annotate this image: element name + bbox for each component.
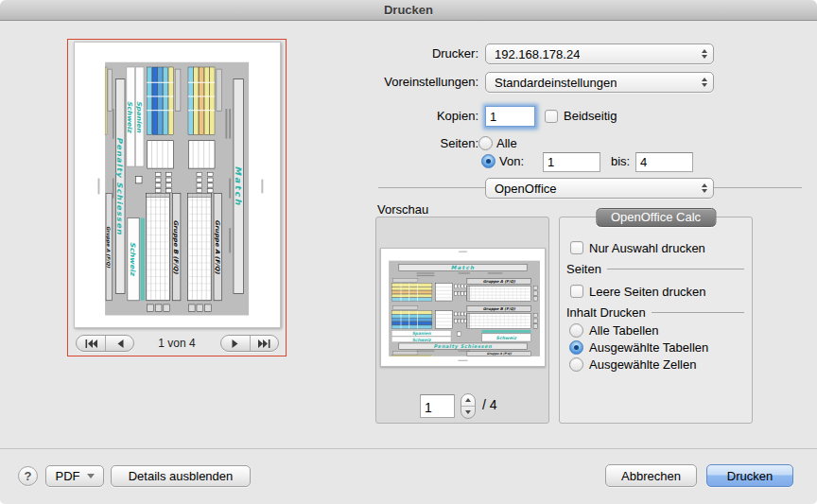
- hide-details-button[interactable]: Details ausblenden: [111, 465, 251, 487]
- pages-label: Seiten:: [312, 133, 478, 154]
- sheet-group-b-label: Gruppe B (F/Q): [172, 219, 180, 274]
- cancel-button[interactable]: Abbrechen: [605, 464, 697, 487]
- pages-section-header: Seiten: [566, 261, 744, 276]
- content-section-label: Inhalt Drucken: [566, 305, 646, 320]
- stepper-up-icon: [465, 398, 471, 402]
- footer-separator: [0, 448, 817, 449]
- duplex-checkbox[interactable]: [545, 110, 558, 123]
- sheet-group-a-bottom-label: Gruppe A (F/Q): [105, 225, 112, 268]
- page-total-label: / 4: [482, 397, 497, 412]
- preview-navigation: 1 von 4: [68, 335, 286, 352]
- duplex-label: Beidseitig: [564, 106, 617, 127]
- sheet-spanien-label: Spanien: [412, 331, 432, 336]
- content-section-header: Inhalt Drucken: [566, 304, 744, 320]
- sheet-penalty-label: Penalty Schiessen: [115, 137, 124, 235]
- all-sheets-radio[interactable]: [569, 323, 583, 338]
- sheet-title-match: Match: [451, 265, 476, 270]
- pages-all-radio[interactable]: [478, 136, 493, 150]
- popup-arrows-icon: [702, 183, 707, 193]
- last-page-button[interactable]: [250, 336, 278, 351]
- last-page-icon: [258, 339, 270, 348]
- print-selection-checkbox[interactable]: [570, 241, 583, 254]
- pdf-button-label: PDF: [56, 469, 80, 483]
- selected-cells-label: Ausgewählte Zellen: [589, 357, 696, 373]
- sheet-group-b-label: Gruppe B (F/Q): [483, 306, 515, 311]
- printer-popup-value: 192.168.178.24: [495, 47, 580, 61]
- selected-cells-radio[interactable]: [569, 357, 583, 372]
- presets-label: Voreinstellungen:: [312, 72, 478, 93]
- sheet-penalty-label: Penalty Schiessen: [434, 343, 493, 350]
- hide-details-label: Details ausblenden: [129, 469, 234, 483]
- sheet-schweiz-label: Schweiz: [412, 338, 431, 342]
- popup-arrows-icon: [702, 78, 707, 87]
- sheet-group-a-label: Gruppe A (F/Q): [214, 219, 221, 274]
- selected-sheets-label: Ausgewählte Tabellen: [589, 340, 708, 356]
- pdf-menu-button[interactable]: PDF: [45, 465, 104, 487]
- app-options-popup-value: OpenOffice: [495, 182, 557, 196]
- pdf-menu-arrow-icon: [87, 474, 95, 478]
- stepper-up-button[interactable]: [461, 394, 475, 406]
- stepper-down-icon: [465, 410, 471, 414]
- print-button[interactable]: Drucken: [706, 464, 793, 487]
- vorschau-page-preview: Match Gruppe A (F/Q): [380, 248, 546, 367]
- sheet-schweiz-box-label: Schweiz: [129, 241, 137, 277]
- print-empty-pages-checkbox[interactable]: [570, 285, 583, 298]
- page-number-input[interactable]: [420, 394, 455, 418]
- preview-page-thumbnail: Match Gruppe A (F/Q): [74, 42, 281, 328]
- printer-label: Drucker:: [312, 43, 478, 64]
- sheet-group-a-label: Gruppe A (F/Q): [483, 279, 515, 284]
- presets-popup-value: Standardeinstellungen: [495, 76, 617, 90]
- mini-spreadsheet-thumbnail: Match Gruppe A (F/Q): [90, 49, 266, 323]
- print-dialog: Drucken Match Gruppe A (F/Q): [0, 0, 817, 504]
- calc-options-panel: OpenOffice Calc Nur Auswahl drucken Seit…: [559, 217, 753, 424]
- page-number-stepper: [461, 393, 476, 419]
- help-button[interactable]: ?: [18, 466, 38, 486]
- page-from-input[interactable]: [543, 152, 600, 172]
- sheet-spanien-label: Spanien: [134, 100, 142, 133]
- mini-spreadsheet-preview: Match Gruppe A (F/Q): [381, 249, 545, 366]
- help-icon: ?: [25, 469, 32, 483]
- pages-from-radio[interactable]: [481, 154, 495, 168]
- section-rule: [652, 312, 744, 313]
- pages-from-label: Von:: [499, 151, 524, 172]
- calc-panel-title: OpenOffice Calc: [596, 208, 716, 227]
- popup-arrows-icon: [702, 49, 707, 59]
- nav-forward-group: [220, 335, 279, 352]
- sheet-group-a-bottom-label: Gruppe A (F/Q): [487, 352, 513, 356]
- printer-popup[interactable]: 192.168.178.24: [485, 43, 714, 64]
- all-sheets-label: Alle Tabellen: [589, 323, 658, 339]
- print-button-label: Drucken: [727, 469, 773, 483]
- stepper-down-button[interactable]: [461, 406, 475, 418]
- section-rule: [607, 269, 744, 269]
- cancel-button-label: Abbrechen: [621, 469, 681, 483]
- sheet-schweiz-box-label: Schweiz: [496, 336, 518, 340]
- dialog-title: Drucken: [384, 3, 433, 17]
- print-preview-widget: Match Gruppe A (F/Q): [67, 39, 287, 356]
- pages-to-label: bis:: [611, 151, 630, 172]
- print-selection-label: Nur Auswahl drucken: [589, 241, 705, 256]
- copies-input[interactable]: [485, 106, 535, 127]
- page-to-input[interactable]: [635, 152, 693, 172]
- sheet-title-match: Match: [233, 165, 241, 206]
- print-empty-pages-label: Leere Seiten drucken: [589, 285, 706, 300]
- rotated-sheet-preview: Match Gruppe A (F/Q): [90, 49, 266, 323]
- app-options-popup[interactable]: OpenOffice: [485, 178, 714, 199]
- next-page-icon: [231, 339, 240, 348]
- copies-label: Kopien:: [312, 106, 478, 127]
- next-page-button[interactable]: [221, 336, 250, 351]
- selected-sheets-radio[interactable]: [569, 340, 583, 355]
- presets-popup[interactable]: Standardeinstellungen: [485, 72, 714, 93]
- sheet-schweiz-label: Schweiz: [126, 100, 133, 132]
- title-bar: Drucken: [0, 0, 817, 21]
- pages-section-label: Seiten: [566, 262, 601, 276]
- vorschau-panel: Match Gruppe A (F/Q): [375, 217, 549, 424]
